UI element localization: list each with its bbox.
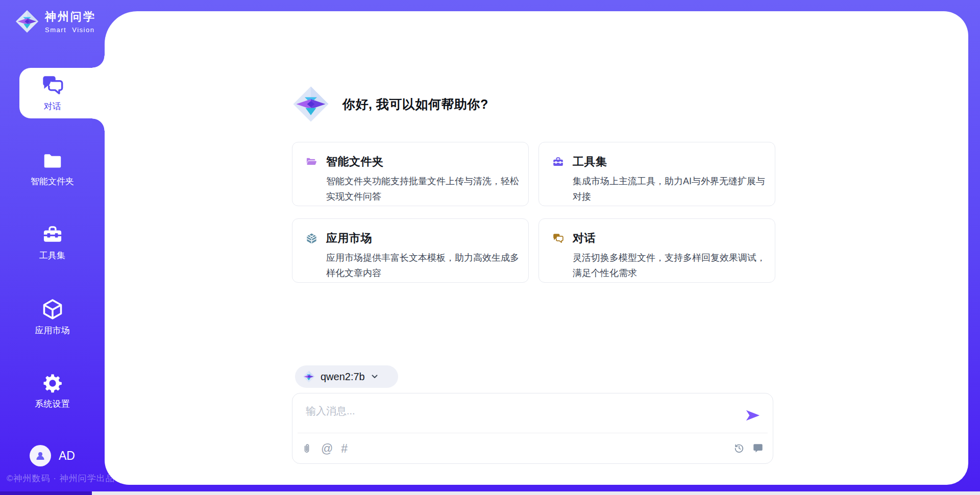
- user-account[interactable]: AD: [0, 445, 105, 466]
- brand-diamond-icon: [15, 10, 39, 33]
- card-description: 应用市场提供丰富长文本模板，助力高效生成多样化文章内容: [326, 250, 523, 281]
- toolbox-icon: [552, 156, 564, 168]
- brand-text: 神州问学 Smart Vision: [45, 9, 96, 34]
- sidebar-item-app-market[interactable]: 应用市场: [0, 298, 105, 336]
- tab-notch-top: [92, 56, 105, 68]
- card-title: 智能文件夹: [326, 154, 384, 169]
- sidebar-item-label: 智能文件夹: [31, 176, 74, 187]
- card-title: 工具集: [573, 154, 607, 169]
- card-smart-folder-head: 智能文件夹: [306, 154, 518, 169]
- card-toolset-head: 工具集: [552, 154, 765, 169]
- card-chat[interactable]: 对话 灵活切换多模型文件，支持多样回复效果调试，满足个性化需求: [538, 218, 775, 283]
- card-title: 对话: [573, 231, 596, 246]
- composer-right-tools: [733, 442, 764, 454]
- send-icon: [745, 409, 761, 422]
- paperclip-icon[interactable]: [301, 442, 313, 455]
- sidebar-item-label: 工具集: [39, 250, 65, 261]
- message-input[interactable]: [305, 402, 733, 420]
- avatar: [30, 445, 51, 466]
- brand-subtitle: Smart Vision: [45, 26, 96, 34]
- user-name: AD: [59, 449, 75, 463]
- history-icon[interactable]: [733, 442, 745, 454]
- card-smart-folder[interactable]: 智能文件夹 智能文件夹功能支持批量文件上传与清洗，轻松实现文件问答: [292, 142, 529, 206]
- message-icon[interactable]: [752, 442, 764, 454]
- greeting-title: 你好, 我可以如何帮助你?: [342, 86, 488, 122]
- sidebar: 神州问学 Smart Vision 对话 智能文件夹 工具集: [0, 0, 105, 495]
- hash-icon[interactable]: #: [341, 442, 348, 455]
- feature-cards: 智能文件夹 智能文件夹功能支持批量文件上传与清洗，轻松实现文件问答 工具集 集成…: [292, 142, 775, 283]
- sidebar-item-settings[interactable]: 系统设置: [0, 373, 105, 410]
- hero-brand-diamond-icon: [292, 86, 329, 122]
- chat-icon: [41, 74, 64, 97]
- cube-icon: [41, 298, 64, 320]
- composer-divider: [298, 433, 768, 433]
- toolbox-icon: [42, 224, 63, 245]
- sidebar-item-label: 对话: [44, 101, 61, 112]
- folder-icon: [42, 151, 63, 171]
- card-chat-head: 对话: [552, 231, 765, 246]
- sidebar-item-toolset[interactable]: 工具集: [0, 224, 105, 261]
- sidebar-item-label: 系统设置: [35, 398, 70, 410]
- card-toolset[interactable]: 工具集 集成市场上主流工具，助力AI与外界无缝扩展与对接: [538, 142, 775, 206]
- chat-icon: [552, 233, 564, 244]
- mention-icon[interactable]: @: [321, 442, 333, 455]
- sidebar-item-label: 应用市场: [35, 325, 70, 336]
- card-title: 应用市场: [326, 231, 372, 246]
- brand: 神州问学 Smart Vision: [15, 9, 96, 34]
- card-app-market-head: 应用市场: [306, 231, 518, 246]
- card-description: 智能文件夹功能支持批量文件上传与清洗，轻松实现文件问答: [326, 174, 523, 204]
- model-selector[interactable]: qwen2:7b: [295, 365, 398, 388]
- person-icon: [34, 450, 46, 462]
- model-diamond-icon: [303, 370, 315, 383]
- chevron-down-icon: [371, 373, 379, 381]
- brand-name: 神州问学: [45, 9, 96, 24]
- tab-notch-bottom: [92, 118, 105, 131]
- folder-open-icon: [306, 156, 317, 168]
- card-description: 集成市场上主流工具，助力AI与外界无缝扩展与对接: [573, 174, 769, 204]
- gear-icon: [42, 373, 63, 394]
- copyright-footer: ©神州数码 · 神州问学出品: [7, 473, 115, 484]
- composer-left-tools: @ #: [301, 442, 348, 455]
- card-app-market[interactable]: 应用市场 应用市场提供丰富长文本模板，助力高效生成多样化文章内容: [292, 218, 529, 283]
- main-content: 你好, 我可以如何帮助你? 智能文件夹 智能文件夹功能支持批量文件上传与清洗，轻…: [105, 11, 968, 485]
- sidebar-item-smart-folder[interactable]: 智能文件夹: [0, 151, 105, 187]
- sidebar-item-chat-inner: 对话: [0, 68, 105, 118]
- message-composer: @ #: [292, 393, 773, 464]
- send-button[interactable]: [745, 409, 761, 422]
- grid-cube-icon: [306, 233, 317, 244]
- window-bottom-edge: [0, 491, 980, 495]
- model-name: qwen2:7b: [321, 371, 365, 383]
- card-description: 灵活切换多模型文件，支持多样回复效果调试，满足个性化需求: [573, 250, 769, 281]
- window-bottom-edge-left: [0, 491, 92, 495]
- sidebar-item-chat[interactable]: 对话: [19, 68, 105, 118]
